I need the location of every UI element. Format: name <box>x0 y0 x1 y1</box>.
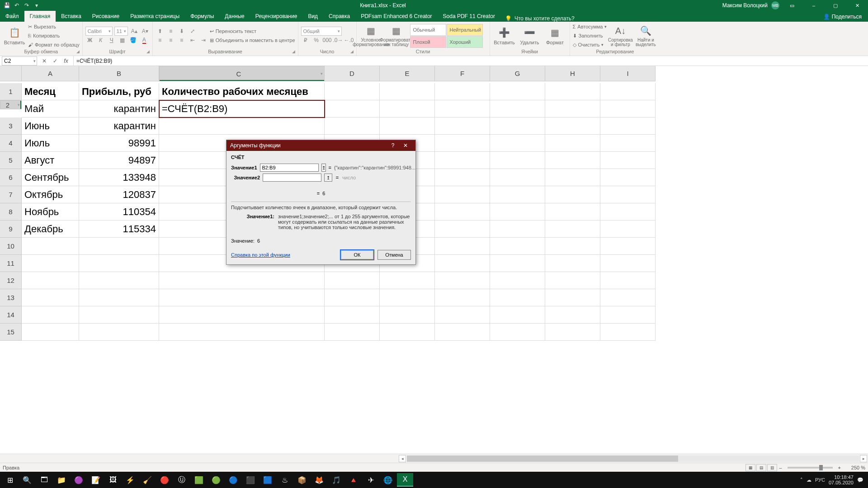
dialog-titlebar[interactable]: Аргументы функции ? ✕ <box>226 140 415 151</box>
cell-C13[interactable] <box>159 289 325 306</box>
conditional-format-button[interactable]: ▦Условное форматирование <box>359 23 383 49</box>
row-header[interactable]: 13 <box>0 289 22 306</box>
taskbar-app[interactable]: 🔺 <box>345 473 362 487</box>
taskbar-excel[interactable]: X <box>397 473 413 487</box>
cell-G8[interactable] <box>490 203 545 221</box>
cell-I13[interactable] <box>600 289 656 306</box>
row-header[interactable]: 2 <box>0 100 22 109</box>
orientation-icon[interactable]: ⤢ <box>188 27 197 36</box>
page-break-button[interactable]: ▥ <box>767 464 777 471</box>
cell-E12[interactable] <box>380 272 435 289</box>
cell-B3[interactable]: карантин <box>79 117 159 135</box>
taskbar-app[interactable]: 🎵 <box>328 473 344 487</box>
borders-button[interactable]: ▦ <box>118 36 127 45</box>
cell-G2[interactable] <box>490 100 545 117</box>
user-name[interactable]: Максим Волоцкий <box>722 2 768 9</box>
enter-formula-button[interactable]: ✓ <box>51 57 60 65</box>
italic-button[interactable]: К <box>96 36 105 45</box>
row-header[interactable]: 5 <box>0 152 22 169</box>
cell-G9[interactable] <box>490 221 545 238</box>
redo-icon[interactable]: ↷ <box>23 1 31 9</box>
row-header[interactable]: 7 <box>0 186 22 203</box>
cell-F11[interactable] <box>435 255 490 272</box>
cell-B7[interactable]: 120837 <box>79 186 159 203</box>
style-bad[interactable]: Плохой <box>410 36 446 48</box>
cell-G14[interactable] <box>490 306 545 324</box>
cell-B10[interactable] <box>79 238 159 255</box>
cell-G12[interactable] <box>490 272 545 289</box>
column-header[interactable]: C <box>159 66 325 81</box>
cell-A8[interactable]: Ноябрь <box>22 203 79 221</box>
formula-input[interactable]: =СЧЁТ(B2:B9) <box>74 58 868 64</box>
cell-A11[interactable] <box>22 255 79 272</box>
taskbar-app[interactable]: Ⓤ <box>174 473 190 487</box>
worksheet[interactable]: ABCDEFGHI1МесяцПрибыль, рубКоличество ра… <box>0 66 868 454</box>
cell-H10[interactable] <box>545 238 600 255</box>
cell-I2[interactable] <box>600 100 656 117</box>
paste-button[interactable]: 📋Вставить <box>3 23 26 49</box>
cell-F7[interactable] <box>435 186 490 203</box>
cell-D13[interactable] <box>325 289 380 306</box>
tab-home[interactable]: Главная <box>24 11 56 22</box>
merge-button[interactable]: ⊞Объединить и поместить в центре <box>210 36 295 44</box>
cell-H12[interactable] <box>545 272 600 289</box>
cell-G13[interactable] <box>490 289 545 306</box>
cell-G6[interactable] <box>490 169 545 186</box>
tab-draw[interactable]: Рисование <box>87 11 125 22</box>
cell-E2[interactable] <box>380 100 435 117</box>
search-button[interactable]: 🔍 <box>19 473 35 487</box>
tab-insert[interactable]: Вставка <box>56 11 87 22</box>
taskbar-app[interactable]: ⬛ <box>242 473 259 487</box>
cell-D3[interactable] <box>325 117 380 135</box>
increase-decimal-icon[interactable]: .0→ <box>334 36 343 45</box>
undo-icon[interactable]: ↶ <box>13 1 21 9</box>
cell-E15[interactable] <box>380 324 435 341</box>
cell-A6[interactable]: Сентябрь <box>22 169 79 186</box>
minimize-button[interactable]: – <box>805 0 823 11</box>
tab-data[interactable]: Данные <box>219 11 250 22</box>
copy-button[interactable]: ⎘Копировать <box>28 32 80 40</box>
taskbar-app[interactable]: 🟣 <box>71 473 87 487</box>
cell-G10[interactable] <box>490 238 545 255</box>
fill-color-button[interactable]: 🪣 <box>129 36 138 45</box>
cell-I12[interactable] <box>600 272 656 289</box>
column-header[interactable]: D <box>325 66 380 81</box>
cell-D15[interactable] <box>325 324 380 341</box>
dialog-close-button[interactable]: ✕ <box>399 141 412 150</box>
cell-A9[interactable]: Декабрь <box>22 221 79 238</box>
cell-I7[interactable] <box>600 186 656 203</box>
format-cells-button[interactable]: ▦Формат <box>543 23 567 49</box>
cell-F14[interactable] <box>435 306 490 324</box>
cell-F10[interactable] <box>435 238 490 255</box>
tray-chevron-icon[interactable]: ˄ <box>800 477 803 483</box>
tell-me[interactable]: 💡Что вы хотите сделать? <box>500 15 579 22</box>
tab-view[interactable]: Вид <box>302 11 323 22</box>
zoom-level[interactable]: 250 % <box>843 465 865 470</box>
cell-B4[interactable]: 98991 <box>79 135 159 152</box>
cell-H14[interactable] <box>545 306 600 324</box>
cell-I10[interactable] <box>600 238 656 255</box>
font-size-select[interactable]: 11 <box>114 27 128 36</box>
underline-button[interactable]: Ч <box>107 36 116 45</box>
taskbar-app[interactable]: 🔵 <box>225 473 241 487</box>
page-layout-button[interactable]: ▤ <box>756 464 766 471</box>
cell-I14[interactable] <box>600 306 656 324</box>
number-format-select[interactable]: Общий <box>301 27 342 36</box>
taskbar-app[interactable]: 📁 <box>53 473 70 487</box>
row-header[interactable]: 15 <box>0 324 22 341</box>
row-header[interactable]: 4 <box>0 135 22 152</box>
cell-A1[interactable]: Месяц <box>22 83 79 100</box>
cell-G4[interactable] <box>490 135 545 152</box>
cell-F6[interactable] <box>435 169 490 186</box>
cell-G15[interactable] <box>490 324 545 341</box>
cell-B15[interactable] <box>79 324 159 341</box>
font-color-button[interactable]: A <box>140 36 149 45</box>
row-header[interactable]: 3 <box>0 117 22 135</box>
percent-icon[interactable]: % <box>312 36 321 45</box>
column-header[interactable]: B <box>79 66 159 81</box>
cell-E1[interactable] <box>380 83 435 100</box>
taskbar-app[interactable]: 🦊 <box>311 473 327 487</box>
taskbar-app[interactable]: 📝 <box>88 473 104 487</box>
save-icon[interactable]: 💾 <box>3 1 11 9</box>
select-all-corner[interactable] <box>0 66 22 81</box>
